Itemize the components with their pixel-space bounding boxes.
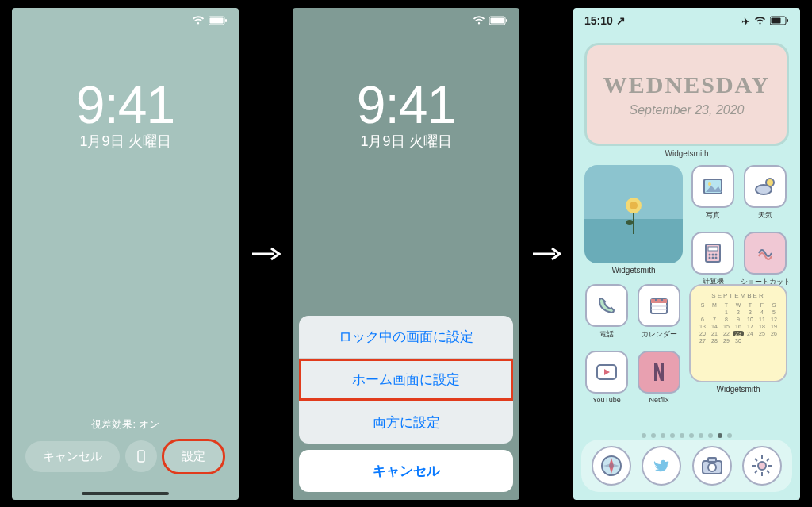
widget-label: Widgetsmith (573, 149, 800, 158)
svg-point-39 (758, 462, 766, 470)
phone-rect-icon (134, 449, 148, 463)
svg-rect-21 (708, 247, 718, 251)
page-dots[interactable] (573, 433, 800, 438)
phone-screen-wallpaper-preview: 9:41 1月9日 火曜日 視差効果: オン キャンセル 設定 (12, 8, 239, 500)
lock-date: 1月9日 火曜日 (12, 132, 239, 151)
action-sheet-cancel[interactable]: キャンセル (299, 450, 513, 492)
status-time: 15:10 ↗ (584, 14, 626, 27)
svg-rect-29 (651, 299, 667, 303)
lock-clock: 9:41 1月9日 火曜日 (293, 75, 519, 151)
svg-line-44 (755, 459, 757, 461)
home-indicator (82, 492, 169, 495)
svg-point-23 (712, 253, 714, 255)
svg-line-45 (767, 471, 769, 473)
action-sheet-options: ロック中の画面に設定 ホーム画面に設定 両方に設定 (299, 316, 513, 444)
safari-icon[interactable] (592, 446, 631, 486)
svg-rect-7 (506, 19, 508, 22)
action-sheet: ロック中の画面に設定 ホーム画面に設定 両方に設定 キャンセル (299, 316, 513, 492)
svg-rect-1 (210, 18, 224, 24)
lock-time: 9:41 (12, 75, 239, 135)
svg-line-46 (755, 471, 757, 473)
widget-weekday: WEDNESDAY (603, 71, 770, 98)
svg-rect-2 (225, 19, 227, 22)
parallax-label: 視差効果: オン (12, 417, 239, 432)
svg-point-22 (709, 253, 711, 255)
arrow-icon (531, 246, 561, 262)
wifi-icon (754, 16, 766, 28)
svg-line-47 (767, 459, 769, 461)
camera-icon[interactable] (692, 446, 732, 486)
settings-icon[interactable] (742, 446, 782, 486)
battery-icon (770, 16, 789, 28)
cancel-button[interactable]: キャンセル (25, 441, 120, 472)
calendar-month: SEPTEMBER (697, 292, 779, 299)
set-home-screen-option[interactable]: ホーム画面に設定 (299, 359, 513, 401)
widget-label: Widgetsmith (584, 266, 683, 275)
svg-rect-37 (708, 458, 716, 462)
svg-point-38 (708, 463, 716, 471)
svg-point-19 (756, 185, 772, 194)
phone-app-icon[interactable] (585, 284, 628, 327)
calendar-widget[interactable]: SEPTEMBER SMTWTFS 12345 6789101112 13141… (689, 284, 787, 382)
airplane-icon: ✈ (741, 16, 750, 28)
status-bar (12, 14, 239, 30)
svg-rect-10 (772, 18, 781, 24)
set-button[interactable]: 設定 (162, 439, 225, 474)
twitter-icon[interactable] (642, 446, 681, 486)
home-row-1: Widgetsmith 写真 天気 計算機 ショートカット (584, 165, 789, 287)
svg-point-15 (630, 202, 638, 209)
wallpaper-button-row: キャンセル 設定 (12, 439, 239, 474)
date-widget[interactable]: WEDNESDAY September 23, 2020 (584, 43, 789, 146)
photo-widget[interactable] (584, 165, 683, 263)
perspective-toggle-button[interactable] (125, 440, 157, 472)
calendar-grid: SMTWTFS 12345 6789101112 13141516171819 … (697, 302, 779, 344)
battery-icon (489, 16, 508, 28)
netflix-app-icon[interactable] (638, 351, 680, 394)
svg-point-17 (708, 182, 711, 186)
wifi-icon (473, 16, 485, 28)
phone-screen-set-options: 9:41 1月9日 火曜日 ロック中の画面に設定 ホーム画面に設定 両方に設定 … (293, 8, 519, 500)
svg-point-24 (715, 253, 718, 255)
svg-rect-6 (491, 18, 504, 24)
lock-time: 9:41 (293, 75, 519, 135)
svg-rect-11 (787, 19, 788, 22)
lock-date: 1月9日 火曜日 (293, 132, 519, 151)
weather-app-icon[interactable] (744, 165, 787, 208)
battery-icon (209, 16, 228, 28)
status-bar: 15:10 ↗ ✈ (573, 14, 800, 30)
svg-point-27 (715, 256, 718, 259)
phone-screen-home: 15:10 ↗ ✈ WEDNESDAY September 23, 2020 W… (573, 8, 800, 500)
arrow-icon (251, 246, 281, 262)
lock-clock: 9:41 1月9日 火曜日 (12, 75, 239, 151)
svg-point-26 (712, 256, 714, 259)
svg-rect-3 (138, 451, 144, 462)
svg-point-13 (626, 220, 634, 225)
status-bar (293, 14, 519, 30)
flower-icon (618, 194, 649, 234)
calculator-app-icon[interactable] (691, 232, 734, 275)
photos-app-icon[interactable] (691, 165, 734, 208)
set-both-option[interactable]: 両方に設定 (299, 401, 513, 444)
widget-label: Widgetsmith (689, 385, 787, 394)
youtube-app-icon[interactable] (585, 351, 628, 394)
dock (581, 440, 792, 492)
shortcuts-app-icon[interactable] (744, 232, 787, 275)
widget-date-text: September 23, 2020 (630, 103, 745, 117)
home-row-2: 電話 カレンダー YouTube Netflix SEPTEMBER SMTWT… (584, 284, 789, 404)
svg-point-25 (709, 256, 711, 259)
wifi-icon (192, 16, 205, 28)
set-lock-screen-option[interactable]: ロック中の画面に設定 (299, 316, 513, 359)
calendar-app-icon[interactable] (638, 284, 680, 327)
